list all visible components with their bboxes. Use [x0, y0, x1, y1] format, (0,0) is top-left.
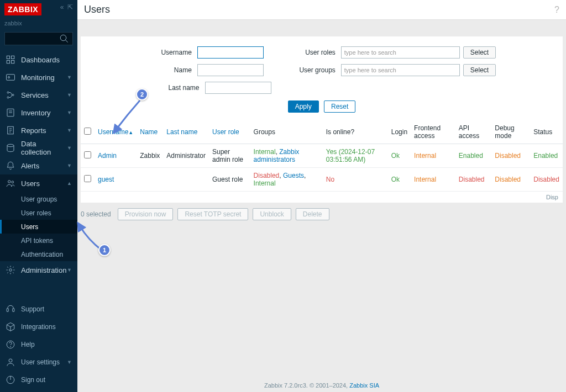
username-link[interactable]: Admin	[98, 152, 117, 160]
group-link[interactable]: Guests	[283, 172, 304, 179]
username-link[interactable]: guest	[98, 176, 114, 183]
content: Username User roles type here to search …	[77, 20, 566, 392]
dashboards-icon	[6, 55, 15, 65]
col-online: Is online?	[323, 120, 388, 144]
table-footer: Disp	[81, 192, 563, 203]
cell-api: Enabled	[455, 144, 491, 168]
data-collection-icon	[6, 143, 15, 153]
svg-line-1	[65, 40, 68, 43]
nav-monitoring[interactable]: Monitoring ▼	[0, 68, 77, 86]
users-table: Username▲ Name Last name User role Group…	[81, 120, 563, 192]
nav-user-settings[interactable]: User settings ▼	[0, 353, 77, 371]
chevron-down-icon: ▼	[67, 92, 72, 98]
cell-frontend: Internal	[411, 168, 455, 192]
page-help-icon[interactable]: ?	[554, 5, 559, 15]
nav-users-submenu: User groups User roles Users API tokens …	[0, 192, 77, 261]
col-login: Login	[388, 120, 411, 144]
svg-point-7	[8, 77, 10, 78]
username-label: Username	[148, 49, 197, 56]
nav-alerts[interactable]: Alerts ▼	[0, 157, 77, 174]
server-name: zabbix	[0, 19, 77, 30]
col-groups: Groups	[250, 120, 323, 144]
col-userrole[interactable]: User role	[209, 120, 250, 144]
chevron-down-icon: ▼	[67, 128, 72, 133]
nav-bottom: Support Integrations Help User settings …	[0, 300, 77, 392]
nav-dashboards[interactable]: Dashboards	[0, 51, 77, 68]
cell-api: Disabled	[455, 168, 491, 192]
signout-icon	[6, 375, 15, 385]
nav-users-sub[interactable]: Users	[0, 220, 77, 234]
userroles-label: User roles	[286, 49, 341, 56]
svg-rect-3	[12, 56, 14, 59]
reset-totp-button[interactable]: Reset TOTP secret	[177, 208, 248, 220]
select-all-checkbox[interactable]	[84, 128, 91, 135]
gear-icon	[6, 265, 15, 275]
col-lastname[interactable]: Last name	[163, 120, 209, 144]
reset-button[interactable]: Reset	[324, 100, 355, 113]
nav-label: Integrations	[21, 323, 56, 331]
nav-integrations[interactable]: Integrations	[0, 318, 77, 336]
nav-help[interactable]: Help	[0, 336, 77, 353]
userroles-select-button[interactable]: Select	[463, 46, 496, 59]
lastname-input[interactable]	[205, 82, 271, 94]
row-checkbox[interactable]	[84, 175, 91, 182]
nav-support[interactable]: Support	[0, 300, 77, 318]
apply-button[interactable]: Apply	[288, 100, 319, 113]
svg-rect-2	[7, 56, 9, 59]
nav-label: Sign out	[21, 376, 45, 384]
svg-rect-22	[7, 309, 8, 312]
nav-services[interactable]: Services ▼	[0, 86, 77, 104]
cell-online: Yes (2024-12-07 03:51:56 AM)	[323, 144, 388, 168]
delete-button[interactable]: Delete	[296, 208, 329, 220]
nav-label: Reports	[21, 126, 46, 135]
cell-groups: Disabled, Guests, Internal	[250, 168, 323, 192]
cell-lastname	[163, 168, 209, 192]
name-input[interactable]	[197, 64, 264, 76]
nav-user-roles[interactable]: User roles	[0, 206, 77, 220]
provision-button[interactable]: Provision now	[118, 208, 174, 220]
nav-label: Dashboards	[21, 56, 60, 64]
cell-role: Guest role	[209, 168, 250, 192]
chevron-down-icon: ▼	[67, 145, 72, 151]
usergroups-input[interactable]: type here to search	[341, 64, 460, 76]
nav-data-collection[interactable]: Data collection ▼	[0, 139, 77, 157]
col-debug: Debug mode	[491, 120, 530, 144]
nav-administration[interactable]: Administration ▼	[0, 261, 77, 279]
cell-role: Super admin role	[209, 144, 250, 168]
cell-status: Disabled	[530, 168, 563, 192]
footer-link[interactable]: Zabbix SIA	[349, 382, 379, 389]
userroles-input[interactable]: type here to search	[341, 46, 460, 59]
nav-label: Alerts	[21, 162, 39, 170]
nav-api-tokens[interactable]: API tokens	[0, 234, 77, 247]
nav-label: Monitoring	[21, 73, 55, 82]
usergroups-label: User groups	[286, 66, 341, 74]
chevron-up-icon: ▲	[67, 181, 72, 186]
unblock-button[interactable]: Unblock	[253, 208, 291, 220]
selected-count: 0 selected	[81, 210, 111, 218]
nav-user-groups[interactable]: User groups	[0, 192, 77, 206]
nav-authentication[interactable]: Authentication	[0, 247, 77, 261]
row-checkbox[interactable]	[84, 151, 91, 158]
collapse-icon[interactable]: « ⇱	[60, 3, 73, 11]
nav-users[interactable]: Users ▲	[0, 174, 77, 192]
action-bar: 0 selected Provision now Reset TOTP secr…	[77, 203, 566, 226]
integrations-icon	[6, 322, 15, 332]
search-input[interactable]	[4, 32, 73, 45]
nav-reports[interactable]: Reports ▼	[0, 121, 77, 139]
usergroups-select-button[interactable]: Select	[463, 64, 496, 76]
svg-point-19	[8, 181, 11, 183]
logo[interactable]: ZABBIX	[4, 3, 41, 15]
username-input[interactable]	[197, 46, 264, 59]
support-icon	[6, 304, 15, 314]
cell-online: No	[323, 168, 388, 192]
search-icon	[59, 34, 69, 44]
nav-inventory[interactable]: Inventory ▼	[0, 104, 77, 121]
svg-point-9	[7, 97, 9, 98]
nav-sign-out[interactable]: Sign out	[0, 371, 77, 389]
monitoring-icon	[6, 72, 15, 82]
nav-label: Support	[21, 305, 44, 313]
nav-label: Services	[21, 91, 49, 99]
nav-label: Data collection	[21, 140, 67, 156]
nav: Dashboards Monitoring ▼ Services ▼ Inven…	[0, 51, 77, 300]
col-api: API access	[455, 120, 491, 144]
